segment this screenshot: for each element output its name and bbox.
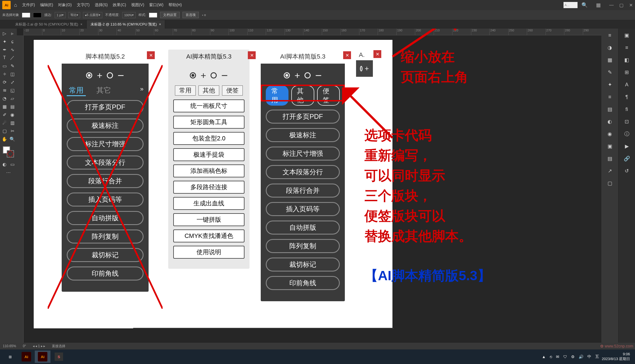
magic-wand-tool[interactable]: ✦ (1, 38, 8, 45)
line-tool[interactable]: ／ (9, 54, 16, 61)
symbol-sprayer-tool[interactable]: ☄ (1, 119, 8, 126)
script-button[interactable]: 段落行合并 (67, 174, 144, 188)
actions-icon[interactable]: ▶ (622, 141, 632, 151)
brush-tool[interactable]: ✎ (9, 62, 16, 69)
script-button[interactable]: 多段路径连接 (173, 181, 244, 194)
blend-tool[interactable]: ◉ (9, 111, 16, 118)
pin-icon[interactable]: ⋆≡ (202, 13, 206, 17)
layers-icon[interactable]: ▤ (605, 154, 615, 164)
script-button[interactable]: 印前角线 (266, 276, 340, 290)
script-button[interactable]: 段落行合并 (266, 184, 340, 198)
glyph-icon[interactable]: fi (622, 104, 632, 114)
shaper-tool[interactable]: ✧ (1, 70, 8, 78)
uniform-dd[interactable]: 等比 ▾ (68, 12, 80, 18)
canvas[interactable]: -100102030405060708090100110120130140150… (17, 29, 601, 349)
gradient-panel-icon[interactable]: ▤ (605, 104, 615, 114)
close-icon[interactable]: × (80, 22, 82, 26)
brush-preset[interactable]: ● 5 点圆形 ▾ (83, 12, 102, 18)
home-icon[interactable]: ⌂ (14, 2, 17, 8)
taskbar-app[interactable]: Ai (19, 351, 34, 363)
align-icon[interactable]: ≡ (622, 43, 632, 53)
opacity-value[interactable]: 100% ▾ (122, 12, 136, 18)
close-button[interactable]: ✕ (248, 51, 256, 59)
taskbar-clock[interactable]: 9:06 2023/8/13 星期日 (599, 352, 633, 361)
background-chip[interactable] (7, 150, 14, 157)
selection-tool[interactable]: ▷ (1, 30, 8, 37)
scale-tool[interactable]: ⤢ (9, 78, 16, 86)
script-button[interactable]: 文本段落分行 (266, 165, 340, 179)
lasso-tool[interactable]: ɕ (9, 38, 16, 45)
doc-tab-1[interactable]: 未标题-2.ai @ 50 % (CMYK/CPU 预览)× (11, 20, 87, 29)
script-button[interactable]: 打开多页PDF (266, 110, 340, 124)
eraser-tool[interactable]: ◫ (9, 70, 16, 78)
char-icon[interactable]: A (622, 80, 632, 90)
library-icon[interactable]: ▣ (622, 30, 632, 40)
stroke-weight[interactable]: 1 pt ▾ (55, 12, 65, 18)
graphic-styles-icon[interactable]: ▣ (605, 141, 615, 151)
artboards-panel-icon[interactable]: ▢ (605, 178, 615, 188)
artboard-nav[interactable]: ◂ ◂ 1 ▸ ▸ (33, 344, 45, 348)
menu-object[interactable]: 对象(O) (58, 3, 71, 8)
history-icon[interactable]: ↺ (622, 166, 632, 176)
script-button[interactable]: 生成出血线 (173, 197, 244, 210)
chevron-right-icon[interactable]: » (140, 85, 144, 96)
script-button[interactable]: 标注尺寸增强 (266, 147, 340, 161)
pen-tool[interactable]: ✒ (1, 46, 8, 53)
close-button[interactable]: ✕ (147, 51, 155, 59)
menu-file[interactable]: 文件(F) (22, 3, 35, 8)
doc-tab-2[interactable]: 未标题-2 @ 110.65 % (CMYK/CPU 预览)× (87, 20, 165, 29)
prefs-button[interactable]: 首选项 (183, 12, 199, 18)
color-icon[interactable]: ◑ (605, 43, 615, 53)
search-icon[interactable]: 🔍 (581, 2, 588, 8)
navigator-icon[interactable]: ⊡ (622, 117, 632, 127)
rect-tool[interactable]: ▭ (1, 62, 8, 69)
script-button[interactable]: 添加画稿色标 (173, 164, 244, 177)
tray-icon[interactable]: ⎋ (550, 354, 552, 359)
brushes-icon[interactable]: ✎ (605, 67, 615, 77)
transform-icon[interactable]: ⊞ (622, 67, 632, 77)
rotation[interactable]: 0° (23, 344, 26, 348)
script-button[interactable]: 打开多页PDF (67, 100, 144, 114)
transparency-icon[interactable]: ◐ (605, 117, 615, 127)
radio-on-icon[interactable] (190, 72, 196, 78)
stroke-swatch[interactable] (33, 13, 41, 18)
script-button[interactable]: CMYK查找潘通色 (173, 229, 244, 242)
minimize-icon[interactable]: — (609, 3, 614, 8)
style-swatch[interactable] (149, 13, 157, 18)
pathfinder-icon[interactable]: ◧ (622, 55, 632, 65)
curvature-tool[interactable]: ∿ (9, 46, 16, 53)
zoom-tool[interactable]: 🔍 (9, 135, 16, 143)
graph-tool[interactable]: ▥ (9, 119, 16, 126)
script-button[interactable]: 一键拼版 (173, 213, 244, 226)
script-button[interactable]: 印前角线 (67, 266, 144, 280)
gradient-tool[interactable]: ▤ (9, 103, 16, 110)
ime-icon[interactable]: 中 (587, 354, 591, 359)
radio-off-icon[interactable] (211, 72, 217, 78)
free-transform-tool[interactable]: ◱ (9, 87, 16, 94)
menu-select[interactable]: 选择(S) (95, 3, 108, 8)
radio-off-icon[interactable] (107, 72, 113, 78)
fill-swatch[interactable] (22, 13, 30, 18)
script-button[interactable]: 极速手提袋 (173, 148, 244, 161)
menu-type[interactable]: 文字(T) (77, 3, 90, 8)
artboard-tool[interactable]: ▢ (1, 127, 8, 135)
radio-off-icon[interactable] (304, 72, 311, 78)
menu-edit[interactable]: 编辑(E) (40, 3, 53, 8)
stroke-panel-icon[interactable]: ≡ (605, 92, 615, 102)
perspective-tool[interactable]: ▱ (9, 95, 16, 102)
properties-icon[interactable]: ≡ (605, 30, 615, 40)
script-button[interactable]: 文本段落分行 (67, 156, 144, 170)
links-icon[interactable]: 🔗 (622, 154, 632, 164)
width-tool[interactable]: ≋ (1, 87, 8, 94)
edit-toolbar-icon[interactable]: ⋯ (5, 169, 12, 176)
tray-icon[interactable]: ✉ (556, 354, 559, 359)
eyedropper-tool[interactable]: ✐ (1, 111, 8, 118)
mesh-tool[interactable]: ▦ (1, 103, 8, 110)
search-box[interactable]: A... (564, 2, 578, 8)
slice-tool[interactable]: ✂ (9, 127, 16, 135)
menu-view[interactable]: 视图(V) (131, 3, 144, 8)
volume-icon[interactable]: 🔊 (579, 354, 583, 359)
zoom-level[interactable]: 110.65% (3, 344, 16, 348)
close-icon[interactable]: ✕ (629, 3, 633, 8)
doc-setup-button[interactable]: 文档设置 (160, 12, 180, 18)
